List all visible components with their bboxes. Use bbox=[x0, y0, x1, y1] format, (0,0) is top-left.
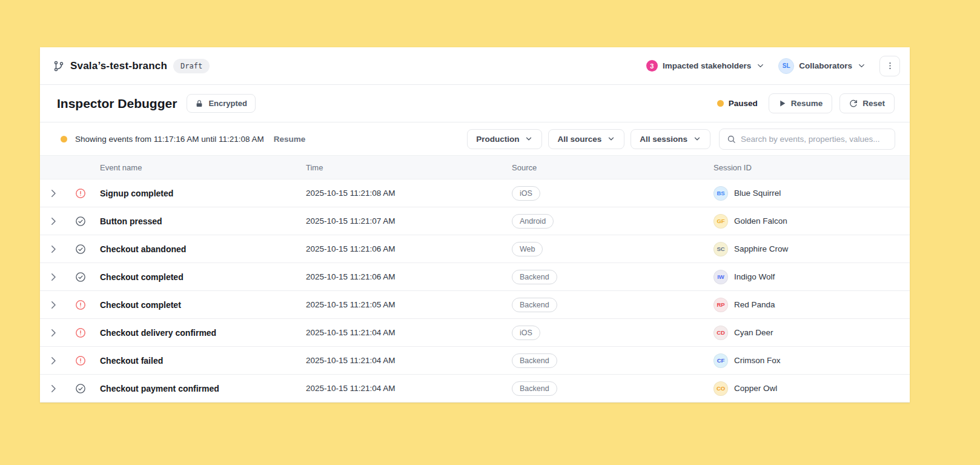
error-icon bbox=[75, 327, 86, 338]
session-name: Sapphire Crow bbox=[734, 244, 788, 253]
event-time: 2025-10-15 11:21:06 AM bbox=[306, 272, 512, 281]
session-name: Cyan Deer bbox=[734, 328, 773, 337]
session-avatar: CF bbox=[713, 353, 728, 368]
sessions-dropdown[interactable]: All sessions bbox=[631, 129, 710, 149]
event-row[interactable]: Checkout failed 2025-10-15 11:21:04 AM B… bbox=[40, 347, 910, 375]
source-badge: iOS bbox=[512, 186, 540, 201]
resume-button[interactable]: Resume bbox=[769, 93, 833, 113]
event-row[interactable]: Checkout delivery confirmed 2025-10-15 1… bbox=[40, 319, 910, 347]
sources-dropdown[interactable]: All sources bbox=[548, 129, 624, 149]
column-header-time: Time bbox=[306, 163, 512, 172]
events-table-body: Signup completed 2025-10-15 11:21:08 AM … bbox=[40, 179, 910, 403]
event-time: 2025-10-15 11:21:04 AM bbox=[306, 384, 512, 393]
collaborators-menu[interactable]: SL Collaborators bbox=[778, 58, 866, 74]
source-badge: Backend bbox=[512, 270, 557, 284]
event-row[interactable]: Checkout completet 2025-10-15 11:21:05 A… bbox=[40, 291, 910, 319]
branch-header: Svala’s-test-branch Draft 3 Impacted sta… bbox=[40, 47, 910, 85]
chevron-down-icon bbox=[607, 135, 615, 143]
session-name: Indigo Wolf bbox=[734, 272, 775, 281]
event-time: 2025-10-15 11:21:07 AM bbox=[306, 216, 512, 226]
event-name: Checkout payment confirmed bbox=[100, 384, 306, 393]
reset-button[interactable]: Reset bbox=[839, 93, 895, 113]
expand-row-chevron-icon[interactable] bbox=[48, 188, 59, 199]
search-icon bbox=[727, 135, 736, 144]
column-header-event-name: Event name bbox=[100, 163, 306, 172]
source-badge: iOS bbox=[512, 326, 540, 340]
session-avatar: CD bbox=[713, 326, 728, 340]
encrypted-label: Encrypted bbox=[208, 99, 247, 108]
success-check-icon bbox=[75, 383, 86, 394]
column-header-session-id: Session ID bbox=[713, 163, 910, 172]
status-indicator: Paused bbox=[717, 99, 758, 108]
session-name: Copper Owl bbox=[734, 384, 777, 393]
event-time: 2025-10-15 11:21:08 AM bbox=[306, 189, 512, 198]
showing-events-text: Showing events from 11:17:16 AM until 11… bbox=[75, 135, 264, 144]
event-row[interactable]: Button pressed 2025-10-15 11:21:07 AM An… bbox=[40, 207, 910, 235]
session-avatar: CO bbox=[713, 381, 728, 396]
filter-bar: Showing events from 11:17:16 AM until 11… bbox=[40, 122, 910, 155]
page-title: Inspector Debugger bbox=[57, 96, 177, 111]
showing-events-dot bbox=[61, 136, 67, 142]
chevron-down-icon bbox=[693, 135, 701, 143]
draft-badge: Draft bbox=[173, 59, 210, 73]
encrypted-button[interactable]: Encrypted bbox=[187, 94, 256, 113]
environment-value: Production bbox=[476, 135, 519, 144]
environment-dropdown[interactable]: Production bbox=[467, 129, 542, 149]
event-name: Checkout completet bbox=[100, 300, 306, 310]
lock-icon bbox=[195, 99, 204, 108]
expand-row-chevron-icon[interactable] bbox=[48, 244, 59, 255]
search-input[interactable] bbox=[741, 135, 887, 144]
git-branch-icon bbox=[53, 61, 64, 72]
column-header-source: Source bbox=[512, 163, 713, 172]
inspector-debugger-panel: Svala’s-test-branch Draft 3 Impacted sta… bbox=[40, 47, 910, 403]
reset-icon bbox=[849, 99, 858, 108]
event-row[interactable]: Checkout abandoned 2025-10-15 11:21:06 A… bbox=[40, 235, 910, 263]
session-name: Red Panda bbox=[734, 300, 775, 309]
expand-row-chevron-icon[interactable] bbox=[48, 327, 59, 338]
sources-value: All sources bbox=[557, 135, 601, 144]
event-time: 2025-10-15 11:21:06 AM bbox=[306, 244, 512, 253]
expand-row-chevron-icon[interactable] bbox=[48, 272, 59, 283]
expand-row-chevron-icon[interactable] bbox=[48, 299, 59, 310]
session-name: Golden Falcon bbox=[734, 216, 787, 226]
event-time: 2025-10-15 11:21:04 AM bbox=[306, 356, 512, 365]
session-avatar: RP bbox=[713, 298, 728, 312]
success-check-icon bbox=[75, 272, 86, 283]
debugger-toolbar: Inspector Debugger Encrypted Paused Resu… bbox=[40, 85, 910, 122]
event-name: Checkout abandoned bbox=[100, 244, 306, 254]
chevron-down-icon bbox=[756, 61, 765, 70]
session-avatar: GF bbox=[713, 214, 728, 229]
event-name: Signup completed bbox=[100, 189, 306, 198]
table-header: Event name Time Source Session ID bbox=[40, 155, 910, 179]
chevron-down-icon bbox=[857, 61, 866, 70]
source-badge: Web bbox=[512, 242, 543, 256]
event-name: Checkout delivery confirmed bbox=[100, 328, 306, 338]
event-name: Button pressed bbox=[100, 216, 306, 226]
source-badge: Android bbox=[512, 214, 554, 229]
expand-row-chevron-icon[interactable] bbox=[48, 216, 59, 227]
expand-row-chevron-icon[interactable] bbox=[48, 355, 59, 366]
event-row[interactable]: Checkout payment confirmed 2025-10-15 11… bbox=[40, 375, 910, 403]
source-badge: Backend bbox=[512, 298, 557, 312]
source-badge: Backend bbox=[512, 381, 557, 396]
error-icon bbox=[75, 355, 86, 366]
resume-link[interactable]: Resume bbox=[274, 135, 306, 144]
chevron-down-icon bbox=[525, 135, 533, 143]
event-name: Checkout completed bbox=[100, 272, 306, 282]
more-options-button[interactable] bbox=[879, 56, 900, 76]
event-row[interactable]: Signup completed 2025-10-15 11:21:08 AM … bbox=[40, 179, 910, 207]
impacted-stakeholders-menu[interactable]: 3 Impacted stakeholders bbox=[646, 60, 765, 72]
expand-row-chevron-icon[interactable] bbox=[48, 383, 59, 394]
session-avatar: BS bbox=[713, 186, 728, 201]
session-name: Crimson Fox bbox=[734, 356, 781, 365]
branch-group: Svala’s-test-branch Draft bbox=[53, 59, 210, 73]
collaborator-avatar: SL bbox=[778, 58, 794, 74]
paused-dot bbox=[717, 100, 724, 107]
session-name: Blue Squirrel bbox=[734, 189, 781, 198]
paused-label: Paused bbox=[729, 99, 758, 108]
session-avatar: IW bbox=[713, 270, 728, 284]
sessions-value: All sessions bbox=[640, 135, 687, 144]
error-icon bbox=[75, 299, 86, 310]
event-row[interactable]: Checkout completed 2025-10-15 11:21:06 A… bbox=[40, 263, 910, 291]
event-time: 2025-10-15 11:21:04 AM bbox=[306, 328, 512, 337]
